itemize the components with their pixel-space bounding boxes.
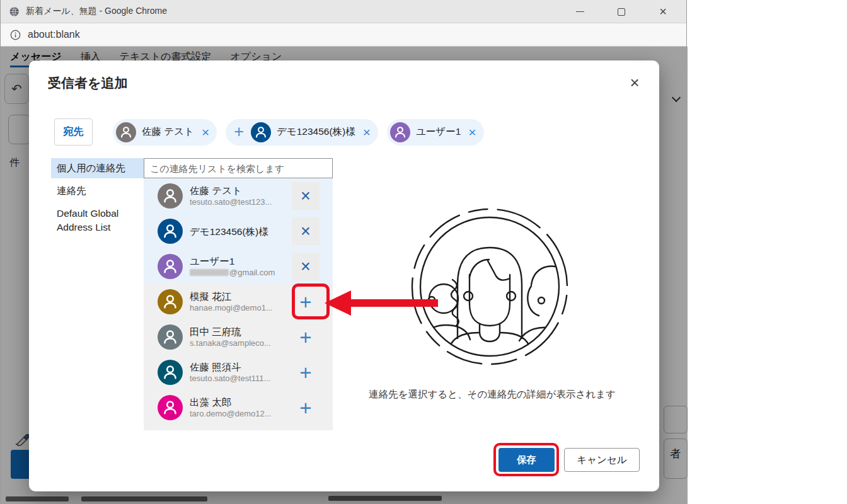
- window-title: 新着メール、無題 - Google Chrome: [26, 6, 167, 17]
- recipient-row: 宛先 佐藤 テスト × + デモ123456(株)様 ×: [54, 118, 484, 146]
- remove-recipient-icon[interactable]: ×: [363, 125, 371, 139]
- contact-row[interactable]: 田中 三府琉 s.tanaka@sampleco... +: [144, 319, 333, 355]
- contact-search-input[interactable]: [144, 158, 333, 178]
- to-button[interactable]: 宛先: [54, 118, 93, 146]
- remove-icon: ×: [301, 188, 311, 205]
- add-contact-button[interactable]: +: [292, 358, 320, 386]
- contact-info: ユーザー1 @gmail.com: [190, 255, 284, 278]
- maximize-icon: [618, 8, 625, 16]
- avatar: [390, 122, 410, 142]
- globe-icon: [9, 6, 20, 17]
- avatar: [116, 122, 136, 142]
- contact-info: 佐藤 照須斗 tesuto.sato@test111...: [190, 361, 284, 384]
- add-contact-button[interactable]: +: [292, 323, 320, 351]
- add-icon: +: [299, 327, 311, 348]
- avatar: [158, 219, 183, 244]
- contact-name: 出藻 太郎: [190, 396, 284, 408]
- remove-contact-button[interactable]: ×: [292, 217, 320, 245]
- add-icon: +: [299, 398, 311, 418]
- browser-window: 新着メール、無題 - Google Chrome × about:blank メ…: [0, 0, 687, 504]
- address-list-sidebar: 個人用の連絡先 連絡先 Default Global Address List: [51, 158, 144, 238]
- add-recipients-dialog: 受信者を追加 × 宛先 佐藤 テスト × +: [29, 60, 659, 491]
- contact-email: s.tanaka@sampleco...: [190, 338, 284, 348]
- url-text: about:blank: [28, 29, 80, 40]
- contact-email: hanae.mogi@demo1...: [190, 302, 284, 313]
- people-illustration: [407, 204, 572, 369]
- avatar: [158, 254, 183, 279]
- contact-row[interactable]: 佐藤 照須斗 tesuto.sato@test111... +: [144, 355, 333, 390]
- contact-email: tesuto.sato@test123...: [190, 197, 284, 207]
- avatar: [158, 324, 183, 350]
- contact-row[interactable]: 出藻 太郎 taro.demo@demo12... +: [144, 390, 333, 425]
- recipient-chip[interactable]: 佐藤 テスト ×: [113, 119, 217, 146]
- avatar: [158, 395, 183, 420]
- redacted-email-blur: [190, 269, 229, 276]
- page-info-icon[interactable]: [10, 30, 21, 40]
- window-controls: ×: [570, 0, 680, 23]
- remove-icon: ×: [301, 258, 311, 275]
- dialog-close-button[interactable]: ×: [624, 72, 645, 93]
- avatar: [158, 289, 183, 314]
- add-contact-button[interactable]: +: [292, 394, 320, 421]
- remove-icon: ×: [301, 223, 311, 240]
- dialog-title: 受信者を追加: [48, 74, 128, 92]
- sidebar-item-contacts[interactable]: 連絡先: [51, 181, 144, 201]
- avatar: [251, 122, 271, 142]
- recipient-name: 佐藤 テスト: [142, 125, 194, 139]
- contact-row[interactable]: ユーザー1 @gmail.com ×: [144, 249, 333, 284]
- add-icon: +: [299, 362, 311, 383]
- minimize-icon: [576, 11, 584, 12]
- contact-name: 佐藤 照須斗: [190, 361, 284, 373]
- contact-email: @gmail.com: [190, 267, 284, 278]
- close-icon: ×: [630, 73, 639, 93]
- contact-email: taro.demo@demo12...: [190, 408, 284, 419]
- annotation-arrow: [323, 289, 439, 318]
- avatar: [158, 183, 183, 209]
- contact-name: 佐藤 テスト: [190, 185, 284, 197]
- remove-recipient-icon[interactable]: ×: [468, 125, 476, 139]
- contact-name: 模擬 花江: [190, 290, 284, 302]
- contact-name: 田中 三府琉: [190, 326, 284, 338]
- contact-info: 田中 三府琉 s.tanaka@sampleco...: [190, 326, 284, 348]
- cancel-button[interactable]: キャンセル: [564, 448, 640, 472]
- remove-recipient-icon[interactable]: ×: [202, 125, 209, 139]
- contact-email: tesuto.sato@test111...: [190, 373, 284, 384]
- sidebar-item-default-gal[interactable]: Default Global Address List: [51, 203, 144, 238]
- close-window-button[interactable]: ×: [654, 3, 672, 21]
- maximize-button[interactable]: [612, 3, 631, 21]
- recipient-name: デモ123456(株)様: [277, 125, 355, 139]
- recipient-chip[interactable]: ユーザー1 ×: [387, 119, 484, 146]
- contact-name: デモ123456(株)様: [190, 226, 284, 238]
- contact-info: デモ123456(株)様: [190, 226, 284, 238]
- sidebar-item-personal-contacts[interactable]: 個人用の連絡先: [51, 158, 144, 178]
- contact-name: ユーザー1: [190, 255, 284, 267]
- remove-contact-button[interactable]: ×: [292, 182, 320, 210]
- contact-email-domain: @gmail.com: [229, 267, 275, 278]
- window-titlebar: 新着メール、無題 - Google Chrome ×: [1, 0, 686, 23]
- contact-info: 佐藤 テスト tesuto.sato@test123...: [190, 185, 284, 207]
- just-added-plus-icon: +: [234, 123, 244, 140]
- contact-row[interactable]: 佐藤 テスト tesuto.sato@test123... ×: [144, 178, 333, 214]
- address-bar[interactable]: about:blank: [1, 23, 686, 47]
- annotation-highlight-save-button: [493, 443, 559, 476]
- minimize-button[interactable]: [570, 3, 589, 21]
- screen: 新着メール、無題 - Google Chrome × about:blank メ…: [0, 0, 847, 504]
- recipient-chip[interactable]: + デモ123456(株)様 ×: [226, 119, 378, 146]
- avatar: [158, 360, 183, 385]
- remove-contact-button[interactable]: ×: [292, 253, 320, 280]
- contact-row[interactable]: デモ123456(株)様 ×: [144, 214, 333, 249]
- contact-info: 模擬 花江 hanae.mogi@demo1...: [190, 290, 284, 313]
- recipient-chips: 佐藤 テスト × + デモ123456(株)様 × ユーザー1: [113, 119, 484, 146]
- close-icon: ×: [659, 4, 667, 19]
- contact-info: 出藻 太郎 taro.demo@demo12...: [190, 396, 284, 419]
- detail-hint-text: 連絡先を選択すると、その連絡先の詳細が表示されます: [341, 388, 643, 401]
- recipient-name: ユーザー1: [416, 125, 461, 139]
